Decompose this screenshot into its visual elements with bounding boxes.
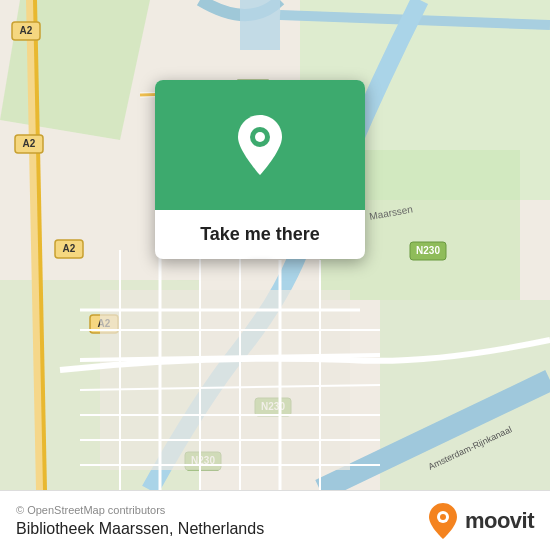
copyright-text: © OpenStreetMap contributors: [16, 504, 264, 516]
footer-left: © OpenStreetMap contributors Bibliotheek…: [16, 504, 264, 538]
svg-rect-23: [100, 290, 350, 470]
svg-text:A2: A2: [23, 138, 36, 149]
popup-button-area[interactable]: Take me there: [155, 210, 365, 259]
svg-text:A2: A2: [63, 243, 76, 254]
svg-point-40: [255, 132, 265, 142]
popup-card: Take me there: [155, 80, 365, 259]
moovit-text: moovit: [465, 508, 534, 534]
svg-text:N230: N230: [416, 245, 440, 256]
footer-bar: © OpenStreetMap contributors Bibliotheek…: [0, 490, 550, 550]
svg-point-42: [440, 514, 446, 520]
location-name: Bibliotheek Maarssen, Netherlands: [16, 520, 264, 538]
location-pin-icon: [234, 113, 286, 178]
svg-text:A2: A2: [20, 25, 33, 36]
moovit-logo: moovit: [427, 502, 534, 540]
take-me-there-button[interactable]: Take me there: [200, 224, 320, 245]
map-container: A2 A2 A2 A2 N402 N230 N230 N230: [0, 0, 550, 490]
moovit-pin-icon: [427, 502, 459, 540]
svg-rect-6: [240, 0, 280, 50]
popup-green-area: [155, 80, 365, 210]
